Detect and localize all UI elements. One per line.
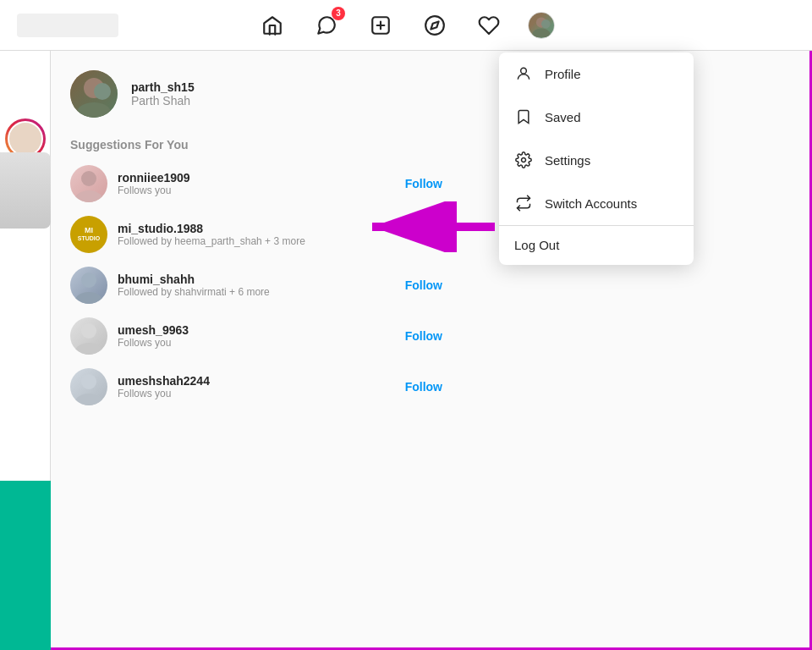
suggestion-sub-umesh: Follows you — [118, 337, 395, 349]
suggestion-avatar-umesh[interactable] — [70, 317, 107, 355]
switch-icon — [514, 194, 533, 212]
profile-avatar[interactable] — [70, 70, 118, 118]
suggestion-sub-bhumi: Followed by shahvirmati + 6 more — [118, 286, 395, 298]
messenger-nav-icon[interactable]: 3 — [311, 10, 342, 41]
bookmark-icon — [514, 107, 533, 126]
dropdown-item-switch[interactable]: Switch Accounts — [499, 182, 694, 225]
suggestion-item-bhumi: bhumi_shahh Followed by shahvirmati + 6 … — [70, 267, 442, 304]
svg-point-14 — [75, 292, 102, 304]
suggestion-info-mi-studio: mi_studio.1988 Followed by heema_parth_s… — [118, 222, 395, 247]
dropdown-logout-label: Log Out — [514, 238, 559, 252]
profile-nav-avatar[interactable] — [528, 12, 555, 39]
suggestion-sub-ronniiee: Follows you — [118, 185, 395, 196]
suggestion-info-bhumi: bhumi_shahh Followed by shahvirmati + 6 … — [118, 273, 395, 298]
svg-point-6 — [541, 19, 551, 29]
dropdown-switch-label: Switch Accounts — [545, 196, 637, 211]
settings-icon — [514, 151, 533, 169]
profile-info: parth_sh15 Parth Shah — [131, 80, 195, 107]
avatar-image — [529, 13, 554, 38]
svg-point-19 — [521, 68, 527, 74]
svg-point-10 — [77, 102, 111, 118]
search-bar-placeholder[interactable] — [17, 14, 118, 37]
svg-point-11 — [81, 171, 96, 186]
suggestion-item-ronniiee: ronniiee1909 Follows you Follow — [70, 165, 442, 202]
svg-point-15 — [81, 323, 96, 339]
explore-nav-icon[interactable] — [420, 10, 450, 41]
profile-username[interactable]: parth_sh15 — [131, 80, 195, 94]
home-nav-icon[interactable] — [257, 10, 288, 41]
follow-button-bhumi[interactable]: Follow — [405, 278, 442, 292]
svg-marker-4 — [431, 21, 438, 29]
messenger-badge: 3 — [332, 7, 345, 20]
suggestion-username-umeshshah[interactable]: umeshshah2244 — [118, 374, 395, 388]
profile-dropdown-menu: Profile Saved Settings — [499, 52, 694, 265]
dropdown-profile-label: Profile — [545, 67, 581, 81]
dropdown-item-settings[interactable]: Settings — [499, 139, 694, 182]
suggestion-username-mi-studio[interactable]: mi_studio.1988 — [118, 222, 395, 235]
suggestion-info-umeshshah: umeshshah2244 Follows you — [118, 374, 395, 399]
svg-point-7 — [533, 28, 551, 37]
top-navigation: 3 — [0, 0, 812, 51]
dropdown-item-profile[interactable]: Profile — [499, 52, 694, 96]
svg-point-3 — [425, 16, 444, 35]
svg-point-17 — [81, 374, 96, 389]
suggestion-info-umesh: umesh_9963 Follows you — [118, 323, 395, 349]
follow-button-ronniiee[interactable]: Follow — [405, 177, 442, 190]
activity-nav-icon[interactable] — [474, 10, 504, 41]
story-avatar-img — [8, 121, 43, 157]
suggestion-info-ronniiee: ronniiee1909 Follows you — [118, 171, 395, 196]
suggestions-title: Suggestions For You — [70, 138, 442, 151]
svg-point-9 — [94, 83, 111, 100]
suggestion-item-umesh: umesh_9963 Follows you Follow — [70, 317, 442, 355]
svg-point-12 — [75, 190, 102, 202]
follow-button-umeshshah[interactable]: Follow — [405, 380, 442, 394]
suggestion-avatar-bhumi[interactable] — [70, 267, 107, 304]
story-left-hint — [0, 152, 51, 229]
svg-point-16 — [75, 343, 102, 355]
suggestion-username-umesh[interactable]: umesh_9963 — [118, 323, 395, 337]
follow-button-umesh[interactable]: Follow — [405, 329, 442, 343]
suggestion-sub-mi-studio: Followed by heema_parth_shah + 3 more — [118, 235, 395, 247]
dropdown-item-logout[interactable]: Log Out — [499, 226, 694, 265]
profile-icon — [514, 64, 533, 83]
decorative-green-shape — [0, 481, 51, 650]
suggestion-avatar-ronniiee[interactable] — [70, 165, 107, 202]
create-post-nav-icon[interactable] — [365, 10, 396, 41]
suggestion-username-bhumi[interactable]: bhumi_shahh — [118, 273, 395, 286]
settings-arrow-indicator — [364, 201, 499, 256]
dropdown-item-saved[interactable]: Saved — [499, 96, 694, 139]
suggestion-avatar-mi-studio[interactable]: MI STUDIO — [70, 216, 107, 253]
profile-avatar-image — [70, 70, 118, 118]
svg-point-20 — [522, 158, 526, 162]
suggestion-sub-umeshshah: Follows you — [118, 388, 395, 399]
suggestion-avatar-umeshshah[interactable] — [70, 368, 107, 405]
dropdown-saved-label: Saved — [545, 110, 581, 124]
svg-point-13 — [81, 273, 96, 288]
suggestion-username-ronniiee[interactable]: ronniiee1909 — [118, 171, 395, 185]
profile-section: parth_sh15 Parth Shah — [70, 70, 442, 118]
profile-fullname: Parth Shah — [131, 94, 195, 107]
dropdown-settings-label: Settings — [545, 153, 590, 168]
suggestion-item-umeshshah: umeshshah2244 Follows you Follow — [70, 368, 442, 405]
svg-point-18 — [75, 394, 102, 405]
